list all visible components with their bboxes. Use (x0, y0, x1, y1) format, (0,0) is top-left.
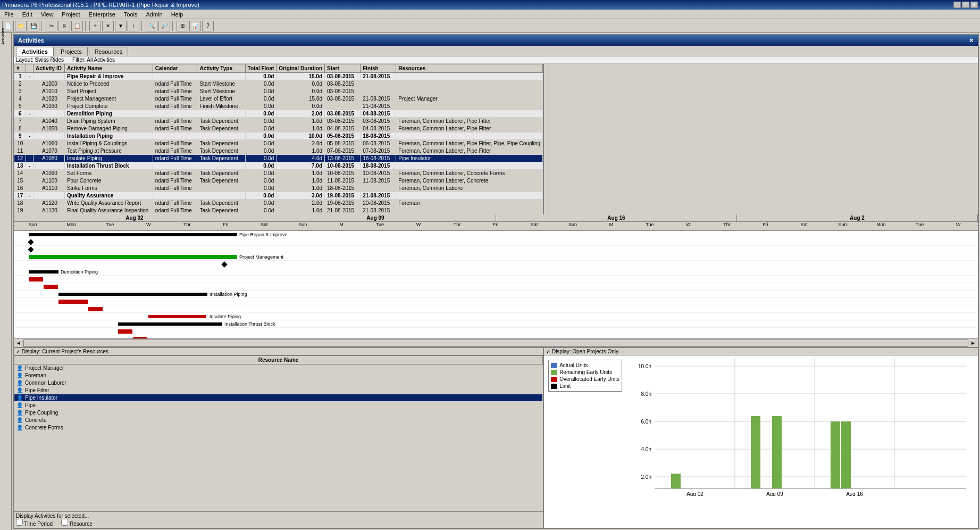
toolbar-open[interactable]: 📁 (15, 21, 27, 31)
resource-row[interactable]: 👤Pipe Insulator (14, 394, 543, 402)
resource-checkbox[interactable] (61, 519, 68, 526)
toolbar-filter[interactable]: ▼ (115, 21, 127, 31)
left-nav-projects[interactable] (1, 50, 11, 60)
cell-wbs (26, 103, 33, 110)
toolbar-zoom-in[interactable]: 🔍 (146, 21, 157, 31)
gantt-bar (28, 246, 33, 252)
gantt-row (14, 246, 978, 253)
table-row[interactable]: 8 A1050 Remove Damaged Piping ndard Full… (14, 125, 543, 132)
time-period-checkbox[interactable] (16, 519, 23, 526)
resource-row[interactable]: 👤Common Laborer (14, 379, 543, 387)
col-header-cal[interactable]: Calendar (153, 64, 197, 73)
col-header-name[interactable]: Activity Name (64, 64, 153, 73)
checkbox-resource[interactable]: Resource (61, 519, 93, 527)
table-row[interactable]: 19 A1130 Final Quality Assurance Inspect… (14, 207, 543, 214)
menu-admin[interactable]: Admin (144, 11, 164, 18)
menu-project[interactable]: Project (60, 11, 82, 18)
maximize-button[interactable]: □ (962, 2, 969, 8)
gantt-scroll-left[interactable]: ◄ (14, 340, 23, 346)
menu-help[interactable]: Help (169, 11, 186, 18)
toolbar-save[interactable]: 💾 (28, 21, 39, 31)
table-row[interactable]: 4 A1020 Project Management ndard Full Ti… (14, 95, 543, 103)
table-row[interactable]: 1 - Pipe Repair & Improve 0.0d 15.0d 03-… (14, 73, 543, 80)
cell-name: Pour Concrete (64, 177, 153, 185)
cell-id (33, 162, 64, 170)
gantt-scroll-right[interactable]: ► (968, 340, 978, 346)
tab-resources[interactable]: Resources (89, 47, 129, 56)
toolbar-delete[interactable]: ✕ (102, 21, 114, 31)
display-activities-label: Display Activities for selected... (16, 513, 541, 519)
resource-row[interactable]: 👤Pipe (14, 402, 543, 409)
menu-view[interactable]: View (39, 11, 56, 18)
toolbar-cut[interactable]: ✂ (46, 21, 57, 31)
left-nav-reports[interactable] (1, 71, 11, 81)
col-header-finish[interactable]: Finish (361, 64, 396, 73)
table-row[interactable]: 13 - Installation Thrust Block 0.0d 7.0d… (14, 162, 543, 170)
table-row[interactable]: 16 A1110 Strike Forms ndard Full Time 0.… (14, 185, 543, 192)
activities-panel-close[interactable]: ✕ (969, 37, 974, 44)
toolbar-add[interactable]: + (89, 21, 101, 31)
close-button[interactable]: ✕ (970, 2, 978, 8)
cell-id: A1060 (33, 140, 64, 147)
toolbar-sort[interactable]: ↕ (128, 21, 139, 31)
minimize-button[interactable]: _ (953, 2, 961, 8)
left-nav-wbs[interactable] (1, 82, 11, 92)
toolbar-paste[interactable]: 📋 (71, 21, 83, 31)
menu-enterprise[interactable]: Enterprise (87, 11, 118, 18)
toolbar-help[interactable]: ? (202, 21, 214, 31)
table-row[interactable]: 14 A1090 Set Forms ndard Full Time Task … (14, 170, 543, 177)
menu-file[interactable]: File (2, 11, 16, 18)
table-row[interactable]: 2 A1000 Notice to Proceed ndard Full Tim… (14, 80, 543, 88)
tab-activities[interactable]: Activities (16, 47, 54, 56)
toolbar-sep-1 (41, 21, 44, 31)
table-row[interactable]: 12 A1080 Insulate Piping ndard Full Time… (14, 155, 543, 162)
left-nav-activities[interactable]: Activities (1, 35, 11, 45)
toolbar-chart[interactable]: 📊 (189, 21, 201, 31)
gantt-body[interactable]: Pipe Repair & ImproveProject ManagementD… (14, 231, 978, 338)
left-nav-resources[interactable] (1, 61, 11, 70)
toolbar-zoom-out[interactable]: 🔎 (158, 21, 170, 31)
cell-type: Task Dependent (197, 118, 245, 125)
table-row[interactable]: 17 - Quality Assurance 0.0d 3.0d 19-08-2… (14, 192, 543, 200)
resource-row[interactable]: 👤Concrete Forms (14, 424, 543, 432)
col-header-num: # (14, 64, 26, 73)
col-header-float[interactable]: Total Float (245, 64, 277, 73)
resource-row[interactable]: 👤Concrete (14, 417, 543, 424)
window-controls[interactable]: _ □ ✕ (953, 2, 978, 8)
cell-name: Installation Piping (64, 132, 153, 140)
toolbar-layout[interactable]: ⊞ (177, 21, 188, 31)
resource-row[interactable]: 👤Project Manager (14, 365, 543, 372)
cell-start: 10-08-2015 (325, 170, 361, 177)
tab-projects[interactable]: Projects (55, 47, 88, 56)
col-header-type[interactable]: Activity Type (197, 64, 245, 73)
resource-scroll[interactable]: Resource Name 👤Project Manager👤Foreman👤C… (14, 355, 543, 511)
table-row[interactable]: 5 A1030 Project Complete ndard Full Time… (14, 103, 543, 110)
table-row[interactable]: 6 - Demolition Piping 0.0d 2.0d 03-08-20… (14, 110, 543, 118)
cell-dur: 1.0d (277, 147, 325, 155)
table-row[interactable]: 18 A1120 Write Quality Assurance Report … (14, 200, 543, 207)
table-row[interactable]: 9 - Installation Piping 0.0d 10.0d 05-08… (14, 132, 543, 140)
table-row[interactable]: 11 A1070 Test Piping at Pressure ndard F… (14, 147, 543, 155)
toolbar-copy[interactable]: ⎘ (58, 21, 70, 31)
table-scroll[interactable]: # Activity ID Activity Name Calendar Act… (14, 64, 543, 214)
menu-tools[interactable]: Tools (122, 11, 140, 18)
gantt-scrollbar[interactable] (23, 339, 968, 347)
col-header-res[interactable]: Resources (396, 64, 543, 73)
cell-type: Task Dependent (197, 207, 245, 214)
table-row[interactable]: 15 A1100 Pour Concrete ndard Full Time T… (14, 177, 543, 185)
col-header-start[interactable]: Start (325, 64, 361, 73)
cell-float: 0.0d (245, 103, 277, 110)
resource-row[interactable]: 👤Foreman (14, 372, 543, 379)
checkbox-time-period[interactable]: Time Period (16, 519, 53, 527)
left-nav-tracking[interactable] (1, 93, 11, 102)
resource-row[interactable]: 👤Pipe Coupling (14, 409, 543, 417)
table-row[interactable]: 7 A1040 Drain Piping System ndard Full T… (14, 118, 543, 125)
table-row[interactable]: 10 A1060 Install Piping & Couplings ndar… (14, 140, 543, 147)
col-header-dur[interactable]: Original Duration (277, 64, 325, 73)
table-row[interactable]: 3 A1010 Start Project ndard Full Time St… (14, 88, 543, 95)
resource-icon: 👤 (16, 417, 23, 423)
menu-edit[interactable]: Edit (20, 11, 35, 18)
resource-row[interactable]: 👤Pipe Fitter (14, 387, 543, 394)
col-header-id[interactable]: Activity ID (33, 64, 64, 73)
chart-legend: Actual Units Remaining Early Units Overa… (548, 360, 622, 392)
